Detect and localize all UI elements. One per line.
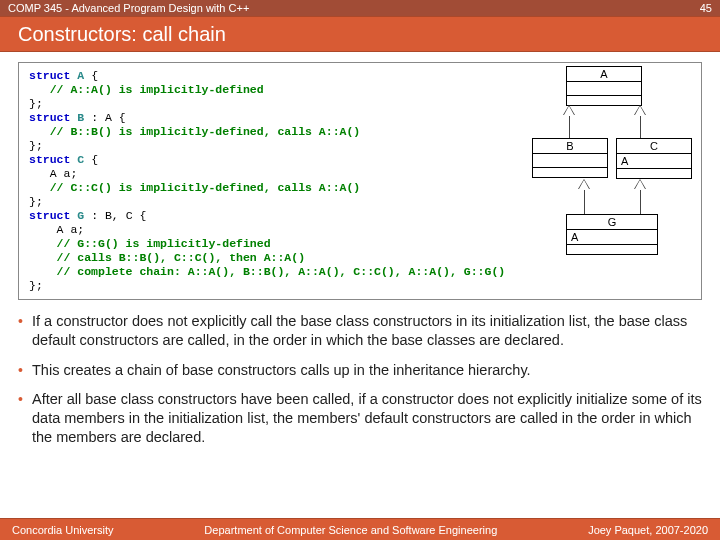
tok: {	[91, 69, 98, 82]
cmt: // complete chain: A::A(), B::B(), A::A(…	[29, 265, 505, 278]
uml-ops	[567, 96, 641, 105]
uml-class-b: B	[532, 138, 608, 178]
uml-class-g: G A	[566, 214, 658, 255]
cmt: // calls B::B(), C::C(), then A::A()	[29, 251, 305, 264]
page-number: 45	[700, 2, 712, 14]
tok: };	[29, 195, 43, 208]
uml-name: A	[567, 67, 641, 82]
cmt: // A::A() is implicitly-defined	[29, 83, 264, 96]
tok: };	[29, 97, 43, 110]
kw: struct	[29, 69, 70, 82]
slide: COMP 345 - Advanced Program Design with …	[0, 0, 720, 540]
uml-name: B	[533, 139, 607, 154]
bullet-item: This creates a chain of base constructor…	[18, 361, 702, 380]
footer-right: Joey Paquet, 2007-2020	[588, 524, 708, 536]
cls: G	[70, 209, 91, 222]
bullet-item: After all base class constructors have b…	[18, 390, 702, 447]
cls: A	[70, 69, 91, 82]
footer-left: Concordia University	[12, 524, 113, 536]
slide-body: struct A { // A::A() is implicitly-defin…	[0, 52, 720, 518]
cls: B	[70, 111, 91, 124]
tok: };	[29, 279, 43, 292]
cmt: // C::C() is implicitly-defined, calls A…	[29, 181, 360, 194]
tok: };	[29, 139, 43, 152]
tok: {	[91, 153, 98, 166]
footer-center: Department of Computer Science and Softw…	[204, 524, 497, 536]
uml-name: C	[617, 139, 691, 154]
uml-arrow	[640, 114, 641, 138]
uml-arrowhead-fill	[635, 180, 645, 189]
uml-name: G	[567, 215, 657, 230]
uml-ops	[617, 169, 691, 178]
cmt: // B::B() is implicitly-defined, calls A…	[29, 125, 360, 138]
bullet-item: If a constructor does not explicitly cal…	[18, 312, 702, 350]
uml-arrowhead-fill	[564, 106, 574, 115]
footer-bar: Concordia University Department of Compu…	[0, 518, 720, 540]
uml-class-a: A	[566, 66, 642, 106]
top-bar: COMP 345 - Advanced Program Design with …	[0, 0, 720, 16]
uml-ops	[533, 168, 607, 177]
course-label: COMP 345 - Advanced Program Design with …	[8, 2, 249, 14]
uml-attrs	[567, 82, 641, 96]
bullet-list: If a constructor does not explicitly cal…	[18, 312, 702, 447]
uml-arrowhead-fill	[579, 180, 589, 189]
tok: : B, C {	[91, 209, 146, 222]
tok: A a;	[29, 167, 77, 180]
uml-arrow	[569, 114, 570, 138]
uml-ops	[567, 245, 657, 254]
cls: C	[70, 153, 91, 166]
kw: struct	[29, 111, 70, 124]
uml-attrs	[533, 154, 607, 168]
title-text: Constructors: call chain	[18, 23, 226, 46]
kw: struct	[29, 153, 70, 166]
uml-arrow	[640, 188, 641, 214]
kw: struct	[29, 209, 70, 222]
tok: : A {	[91, 111, 126, 124]
uml-arrow	[584, 188, 585, 214]
uml-class-c: C A	[616, 138, 692, 179]
tok: A a;	[29, 223, 84, 236]
uml-arrowhead-fill	[635, 106, 645, 115]
cmt: // G::G() is implicitly-defined	[29, 237, 271, 250]
slide-title: Constructors: call chain	[0, 16, 720, 52]
uml-attrs: A	[567, 230, 657, 245]
uml-attrs: A	[617, 154, 691, 169]
